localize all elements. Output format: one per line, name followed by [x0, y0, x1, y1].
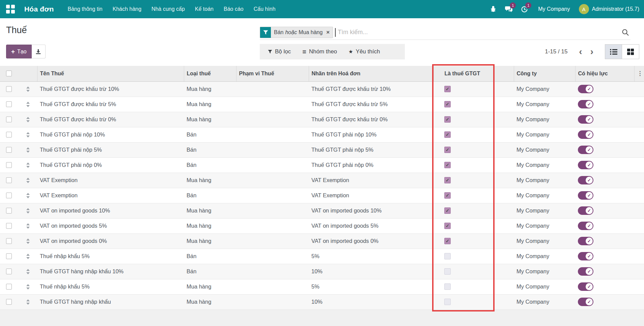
table-row[interactable]: VAT ExemptionMua hàngVAT Exemption✓My Co… [0, 173, 644, 188]
tax-type-cell[interactable]: Bán [184, 127, 236, 142]
active-toggle[interactable]: ✓ [578, 206, 593, 215]
kanban-view-button[interactable] [622, 44, 639, 59]
app-name[interactable]: Hóa đơn [24, 5, 54, 13]
tax-type-cell[interactable]: Mua hàng [184, 112, 236, 127]
tax-name-cell[interactable]: Thuế GTGT phải nộp 10% [37, 127, 184, 142]
table-row[interactable]: Thuế GTGT được khấu trừ 0%Mua hàngThuế G… [0, 112, 644, 127]
invoice-label-cell[interactable]: Thuế GTGT được khấu trừ 5% [309, 97, 433, 112]
menu-item-2[interactable]: Nhà cung cấp [146, 0, 190, 18]
column-header-scope[interactable]: Phạm vi Thuế [236, 66, 309, 81]
row-checkbox[interactable] [6, 238, 12, 244]
group-by-button[interactable]: ≡ Nhóm theo [298, 44, 342, 59]
tax-name-cell[interactable]: Thuế GTGT được khấu trừ 0% [37, 112, 184, 127]
tax-scope-cell[interactable] [236, 112, 309, 127]
table-row[interactable]: Thuế nhập khẩu 5%Bán5%My Company✓ [0, 249, 644, 264]
active-toggle[interactable]: ✓ [578, 282, 593, 291]
table-row[interactable]: Thuế GTGT phải nộp 0%BánThuế GTGT phải n… [0, 157, 644, 173]
company-cell[interactable]: My Company [514, 157, 575, 173]
column-header-active[interactable]: Có hiệu lực [575, 66, 634, 81]
drag-handle-icon[interactable] [26, 178, 30, 183]
tax-type-cell[interactable]: Mua hàng [184, 203, 236, 218]
column-header-label[interactable]: Nhãn trên Hoá đơn [309, 66, 433, 81]
tax-scope-cell[interactable] [236, 142, 309, 157]
tax-type-cell[interactable]: Mua hàng [184, 97, 236, 112]
select-all-checkbox[interactable] [6, 71, 12, 76]
tax-scope-cell[interactable] [236, 127, 309, 142]
drag-handle-icon[interactable] [26, 162, 30, 168]
invoice-label-cell[interactable]: VAT on imported goods 5% [309, 218, 433, 233]
row-checkbox[interactable] [6, 299, 12, 305]
active-toggle[interactable]: ✓ [578, 267, 593, 276]
apps-menu-icon[interactable] [6, 5, 15, 14]
company-cell[interactable]: My Company [514, 264, 575, 279]
row-checkbox[interactable] [6, 86, 12, 92]
tax-type-cell[interactable]: Mua hàng [184, 173, 236, 188]
active-toggle[interactable]: ✓ [578, 222, 593, 230]
active-toggle[interactable]: ✓ [578, 115, 593, 124]
tax-type-cell[interactable]: Mua hàng [184, 218, 236, 233]
menu-item-0[interactable]: Bảng thông tin [63, 0, 108, 18]
tax-scope-cell[interactable] [236, 218, 309, 233]
table-row[interactable]: Thuế GTGT phải nộp 5%BánThuế GTGT phải n… [0, 142, 644, 157]
activity-clock-icon[interactable]: 1 [518, 3, 531, 16]
tax-name-cell[interactable]: Thuế GTGT phải nộp 0% [37, 157, 184, 173]
row-checkbox[interactable] [6, 269, 12, 274]
invoice-label-cell[interactable]: Thuế GTGT phải nộp 5% [309, 142, 433, 157]
create-button[interactable]: + Tạo [6, 45, 32, 58]
invoice-label-cell[interactable]: 5% [309, 279, 433, 294]
tax-type-cell[interactable]: Bán [184, 142, 236, 157]
drag-handle-icon[interactable] [26, 117, 30, 122]
tax-scope-cell[interactable] [236, 233, 309, 249]
drag-handle-icon[interactable] [26, 132, 30, 137]
tax-type-cell[interactable]: Bán [184, 264, 236, 279]
row-checkbox[interactable] [6, 147, 12, 153]
pager-previous-icon[interactable]: ‹ [575, 47, 586, 56]
active-toggle[interactable]: ✓ [578, 298, 593, 306]
invoice-label-cell[interactable]: Thuế GTGT phải nộp 0% [309, 157, 433, 173]
company-cell[interactable]: My Company [514, 81, 575, 97]
user-menu[interactable]: A Administrator (15.7) [579, 4, 640, 14]
drag-handle-icon[interactable] [26, 147, 30, 153]
tax-scope-cell[interactable] [236, 203, 309, 218]
company-cell[interactable]: My Company [514, 279, 575, 294]
search-input[interactable] [336, 29, 620, 36]
invoice-label-cell[interactable]: 10% [309, 294, 433, 309]
company-cell[interactable]: My Company [514, 218, 575, 233]
active-toggle[interactable]: ✓ [578, 100, 593, 108]
table-row[interactable]: VAT on imported goods 0%Mua hàngVAT on i… [0, 233, 644, 249]
column-header-company[interactable]: Công ty [514, 66, 575, 81]
drag-handle-icon[interactable] [26, 284, 30, 290]
tax-scope-cell[interactable] [236, 249, 309, 264]
tax-scope-cell[interactable] [236, 264, 309, 279]
table-row[interactable]: Thuế GTGT được khấu trừ 10%Mua hàngThuế … [0, 81, 644, 97]
tax-scope-cell[interactable] [236, 173, 309, 188]
company-switcher[interactable]: My Company [538, 6, 570, 12]
export-button[interactable] [32, 45, 46, 58]
drag-handle-icon[interactable] [26, 86, 30, 92]
filters-button[interactable]: Bộ lọc [263, 44, 296, 59]
tax-type-cell[interactable]: Mua hàng [184, 233, 236, 249]
drag-handle-icon[interactable] [26, 239, 30, 244]
tax-name-cell[interactable]: Thuế GTGT được khấu trừ 10% [37, 81, 184, 97]
tax-name-cell[interactable]: Thuế GTGT hàng nhập khẩu [37, 294, 184, 309]
active-toggle[interactable]: ✓ [578, 130, 593, 139]
invoice-label-cell[interactable]: VAT Exemption [309, 173, 433, 188]
invoice-label-cell[interactable]: VAT on imported goods 0% [309, 233, 433, 249]
row-checkbox[interactable] [6, 162, 12, 168]
tax-scope-cell[interactable] [236, 97, 309, 112]
debug-bug-icon[interactable] [487, 3, 500, 16]
tax-name-cell[interactable]: VAT on imported goods 5% [37, 218, 184, 233]
drag-handle-icon[interactable] [26, 254, 30, 259]
menu-item-1[interactable]: Khách hàng [108, 0, 146, 18]
tax-name-cell[interactable]: Thuế GTGT phải nộp 5% [37, 142, 184, 157]
active-toggle[interactable]: ✓ [578, 176, 593, 184]
invoice-label-cell[interactable]: 10% [309, 264, 433, 279]
invoice-label-cell[interactable]: Thuế GTGT được khấu trừ 10% [309, 81, 433, 97]
tax-type-cell[interactable]: Mua hàng [184, 279, 236, 294]
menu-item-5[interactable]: Cấu hình [249, 0, 281, 18]
table-row[interactable]: VAT ExemptionBánVAT Exemption✓My Company… [0, 188, 644, 203]
active-toggle[interactable]: ✓ [578, 146, 593, 154]
tax-scope-cell[interactable] [236, 279, 309, 294]
table-row[interactable]: VAT on imported goods 10%Mua hàngVAT on … [0, 203, 644, 218]
drag-handle-icon[interactable] [26, 223, 30, 229]
